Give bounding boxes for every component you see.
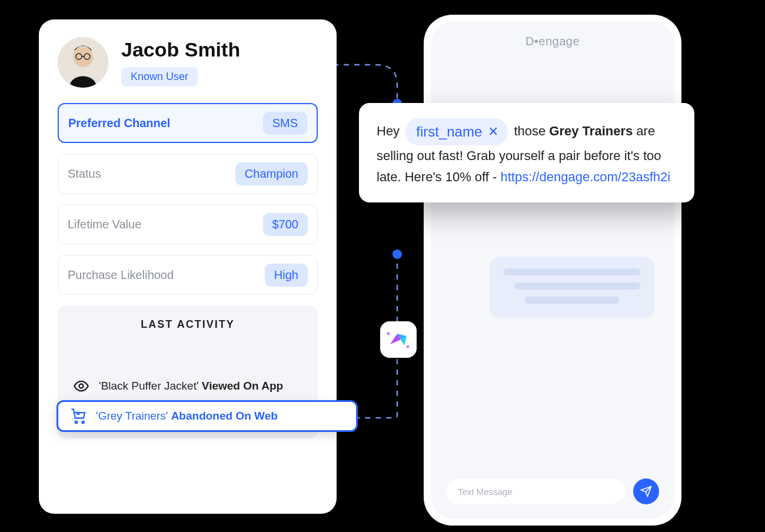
activity-action: Viewed On App (202, 380, 283, 392)
app-logo-badge (380, 321, 417, 358)
close-icon[interactable]: ✕ (488, 125, 498, 138)
message-text: Hey (377, 124, 403, 138)
svg-point-10 (75, 421, 78, 424)
field-lifetime-value[interactable]: Lifetime Value $700 (58, 204, 318, 244)
profile-header: Jacob Smith Known User (58, 37, 318, 88)
message-text: those (514, 124, 549, 138)
activity-title: LAST ACTIVITY (58, 318, 318, 331)
field-value: $700 (263, 213, 308, 236)
phone-brand: D•engage (431, 22, 674, 55)
field-status[interactable]: Status Champion (58, 154, 318, 194)
activity-item-highlighted[interactable]: 'Grey Trainers' Abandoned On Web (56, 400, 358, 432)
profile-name: Jacob Smith (121, 38, 240, 61)
field-label: Purchase Likelihood (68, 268, 174, 282)
field-value: SMS (263, 112, 307, 135)
field-label: Lifetime Value (68, 218, 141, 231)
field-value: Champion (235, 162, 308, 185)
input-placeholder: Text Message (458, 487, 513, 497)
dengage-logo-icon (387, 328, 410, 351)
message-input[interactable]: Text Message (446, 478, 625, 504)
token-name: first_name (416, 121, 482, 143)
merge-token-chip[interactable]: first_name ✕ (405, 118, 508, 145)
svg-point-11 (82, 421, 84, 424)
cart-x-icon (70, 408, 87, 424)
activity-item[interactable]: 'Black Puffer Jacket' Viewed On App (58, 372, 318, 400)
send-icon (640, 486, 652, 497)
send-button[interactable] (633, 478, 659, 504)
message-bubble-placeholder (490, 257, 654, 318)
activity-product: 'Black Puffer Jacket' (99, 380, 199, 392)
message-link[interactable]: https://dengage.com/23asfh2i (500, 169, 670, 184)
field-label: Status (68, 167, 101, 181)
profile-card: Jacob Smith Known User Preferred Channel… (39, 19, 337, 514)
field-preferred-channel[interactable]: Preferred Channel SMS (58, 103, 318, 143)
phone-frame: D•engage Text Message (424, 15, 681, 526)
eye-icon (73, 378, 89, 394)
known-user-badge: Known User (121, 67, 198, 87)
field-purchase-likelihood[interactable]: Purchase Likelihood High (58, 255, 318, 295)
avatar (58, 37, 108, 88)
svg-point-1 (393, 250, 402, 259)
activity-product: 'Grey Trainers' (96, 410, 168, 422)
field-value: High (265, 264, 308, 287)
phone-screen: D•engage Text Message (431, 22, 674, 518)
field-label: Preferred Channel (68, 117, 170, 130)
activity-action: Abandoned On Web (171, 410, 278, 422)
message-preview-card: Hey first_name ✕ those Grey Trainers are… (359, 103, 694, 202)
message-product: Grey Trainers (549, 124, 633, 138)
svg-point-7 (79, 384, 84, 388)
